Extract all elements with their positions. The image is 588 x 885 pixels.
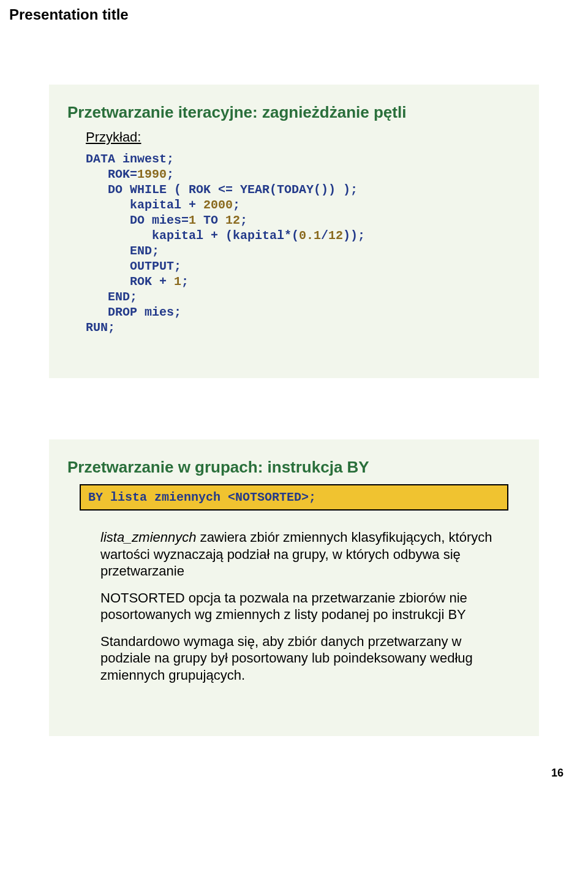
- term-notsorted: NOTSORTED: [100, 590, 185, 606]
- slide2-title: Przetwarzanie w grupach: instrukcja BY: [67, 458, 521, 477]
- by-syntax-box: BY lista zmiennych <NOTSORTED>;: [80, 484, 508, 511]
- code-text: DROP mies;: [86, 305, 181, 319]
- code-num: 1: [189, 213, 196, 227]
- page-title: Presentation title: [0, 0, 588, 23]
- code-text: /: [321, 229, 328, 243]
- paragraph-2: NOTSORTED opcja ta pozwala na przetwarza…: [100, 590, 502, 623]
- code-text: DO mies=: [86, 213, 189, 227]
- code-text: ;: [181, 275, 189, 289]
- code-num: 0.1: [299, 229, 321, 243]
- code-text: DO WHILE ( ROK <= YEAR(TODAY()) );: [86, 183, 358, 197]
- code-text: ;: [240, 213, 247, 227]
- term-lista-zmiennych: lista_zmiennych: [100, 530, 197, 545]
- code-text: OUTPUT;: [86, 259, 181, 273]
- code-block: DATA inwest; ROK=1990; DO WHILE ( ROK <=…: [67, 151, 521, 335]
- code-text: ));: [343, 229, 365, 243]
- slide2-body: lista_zmiennych zawiera zbiór zmiennych …: [67, 529, 521, 683]
- paragraph-3: Standardowo wymaga się, aby zbiór danych…: [100, 633, 502, 684]
- code-text: END;: [86, 244, 159, 258]
- code-num: 12: [225, 213, 240, 227]
- code-text: kapital + (kapital*(: [86, 229, 299, 243]
- slide1-title: Przetwarzanie iteracyjne: zagnieżdżanie …: [67, 103, 521, 122]
- code-num: 2000: [203, 198, 233, 212]
- slide-2: Przetwarzanie w grupach: instrukcja BY B…: [49, 439, 539, 736]
- code-text: ;: [167, 167, 174, 181]
- code-line: DATA: [86, 152, 115, 166]
- code-text: ;: [233, 198, 240, 212]
- code-text: RUN;: [86, 321, 115, 335]
- page-number: 16: [0, 761, 588, 792]
- code-text: END;: [86, 290, 137, 304]
- example-label: Przykład:: [67, 129, 521, 145]
- slide-1: Przetwarzanie iteracyjne: zagnieżdżanie …: [49, 85, 539, 378]
- code-num: 12: [328, 229, 343, 243]
- code-text: TO: [196, 213, 225, 227]
- code-num: 1: [174, 275, 181, 289]
- code-text: kapital +: [86, 198, 203, 212]
- code-text: ROK +: [86, 275, 174, 289]
- code-text: inwest;: [115, 152, 174, 166]
- code-num: 1990: [137, 167, 167, 181]
- paragraph-1: lista_zmiennych zawiera zbiór zmiennych …: [100, 529, 502, 580]
- code-text: ROK=: [86, 167, 137, 181]
